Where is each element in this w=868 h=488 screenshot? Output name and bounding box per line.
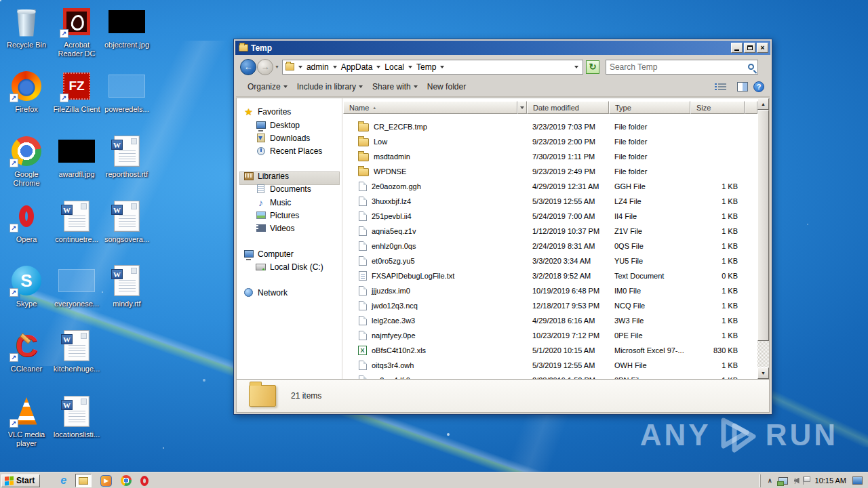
desktop-icon-vlc[interactable]: ↗ VLC media player: [1, 394, 52, 448]
desktop-icon-chrome[interactable]: ↗ Google Chrome: [1, 134, 52, 188]
page-corner: [81, 203, 87, 209]
maximize-button[interactable]: [744, 43, 755, 53]
desktop-icon-filezilla[interactable]: FZ ↗ FileZilla Client: [52, 68, 102, 114]
file-row[interactable]: enhlz0gn.0qs 2/24/2019 8:31 AM 0QS File …: [343, 239, 757, 253]
sidebar-item-videos[interactable]: Videos: [256, 222, 294, 235]
desktop-icon-everyonese[interactable]: everyonese...: [52, 263, 102, 308]
sidebar-item-favorites[interactable]: ★ Favorites: [243, 105, 291, 118]
sidebar-item-network[interactable]: Network: [243, 286, 288, 299]
breadcrumb[interactable]: admin AppData Local Temp: [282, 60, 583, 75]
desktop-icon-mindy[interactable]: W mindy.rtf: [102, 263, 152, 308]
breadcrumb-arrow-icon[interactable]: [298, 66, 302, 68]
sidebar-item-pictures[interactable]: Pictures: [256, 209, 299, 222]
sidebar-item-recent-places[interactable]: Recent Places: [256, 144, 322, 157]
desktop-icon-locationslisti[interactable]: W locationslisti...: [52, 394, 102, 439]
new-folder-button[interactable]: New folder: [422, 79, 471, 94]
opera-taskbar-icon[interactable]: [140, 476, 149, 486]
sidebar-item-computer[interactable]: Computer: [243, 247, 294, 260]
breadcrumb-item-admin[interactable]: admin: [307, 62, 329, 72]
column-header-name[interactable]: Name ▲: [343, 101, 517, 114]
show-hidden-icons-chevron[interactable]: ∧: [768, 477, 772, 484]
organize-menu[interactable]: Organize: [243, 79, 292, 94]
file-row[interactable]: 251pevbl.ii4 5/24/2019 7:00 AM II4 File …: [343, 209, 757, 224]
media-player-icon[interactable]: ▶: [100, 475, 112, 487]
search-icon[interactable]: [748, 64, 754, 70]
scroll-down-icon[interactable]: ▼: [757, 367, 769, 379]
scrollbar-track[interactable]: [757, 341, 769, 368]
breadcrumb-arrow-icon[interactable]: [440, 66, 444, 68]
nav-history-dropdown-icon[interactable]: ▼: [275, 64, 279, 69]
breadcrumb-arrow-icon[interactable]: [408, 66, 412, 68]
desktop-icon-awardfl[interactable]: awardfl.jpg: [52, 134, 102, 179]
scrollbar-thumb[interactable]: [757, 110, 769, 341]
file-row[interactable]: CR_E2CFB.tmp 3/23/2019 7:03 PM File fold…: [343, 119, 757, 134]
internet-explorer-icon[interactable]: e: [60, 475, 66, 486]
file-row[interactable]: et0ro5zg.yu5 3/3/2020 3:34 AM YU5 File 1…: [343, 253, 757, 268]
sidebar-item-downloads[interactable]: Downloads: [256, 131, 310, 144]
back-button[interactable]: ←: [240, 59, 256, 75]
desktop-icon-objectrent[interactable]: objectrent.jpg: [102, 4, 152, 49]
minimize-button[interactable]: [731, 43, 743, 53]
vertical-scrollbar[interactable]: ▲ ▼: [757, 98, 769, 379]
desktop-icon-songsovera[interactable]: W songsovera...: [102, 199, 152, 244]
sidebar-item-libraries[interactable]: Libraries: [243, 169, 289, 182]
file-row[interactable]: jjjuzdsx.im0 10/19/2019 6:48 PM IM0 File…: [343, 283, 757, 298]
column-header-size[interactable]: Size: [690, 101, 745, 114]
file-row[interactable]: Low 9/23/2019 2:00 PM File folder: [343, 134, 757, 149]
scroll-up-icon[interactable]: ▲: [757, 98, 769, 110]
file-row[interactable]: up2ow4df.0pn 2/28/2019 1:52 PM 0PN File …: [343, 373, 757, 379]
desktop-icon-poweredels[interactable]: poweredels...: [102, 68, 152, 114]
sidebar-item-desktop[interactable]: Desktop: [256, 119, 300, 131]
preview-pane-button[interactable]: [737, 82, 748, 92]
include-in-library-menu[interactable]: Include in library: [292, 79, 368, 94]
desktop-monitor-tray-icon[interactable]: [852, 476, 863, 485]
file-row[interactable]: oitqs3r4.owh 5/3/2019 12:55 AM OWH File …: [343, 358, 757, 373]
column-header-date-modified[interactable]: Date modified: [527, 101, 609, 114]
breadcrumb-item-appdata[interactable]: AppData: [341, 62, 373, 72]
search-input[interactable]: Search Temp: [606, 60, 758, 75]
file-row[interactable]: aqnia5eq.z1v 1/12/2019 10:37 PM Z1V File…: [343, 224, 757, 239]
column-filter-dropdown[interactable]: [517, 101, 527, 114]
file-row[interactable]: msdtadmin 7/30/2019 1:11 PM File folder: [343, 149, 757, 164]
sidebar-item-local-disk[interactable]: Local Disk (C:): [256, 260, 323, 273]
file-row[interactable]: oBfsC4t10n2.xls 5/1/2020 10:15 AM Micros…: [343, 343, 757, 358]
forward-button[interactable]: →: [257, 59, 273, 75]
file-row[interactable]: leig2cae.3w3 4/29/2018 6:16 AM 3W3 File …: [343, 313, 757, 328]
help-button[interactable]: ?: [753, 81, 764, 92]
breadcrumb-arrow-icon[interactable]: [333, 66, 337, 68]
title-bar[interactable]: Temp ×: [235, 41, 770, 55]
desktop-icon-continuetre[interactable]: W continuetre...: [52, 199, 102, 244]
windows-explorer-taskbar-button[interactable]: [75, 474, 92, 487]
breadcrumb-arrow-icon[interactable]: [376, 66, 380, 68]
chrome-taskbar-icon[interactable]: [121, 475, 132, 486]
desktop-icon-recycle-bin[interactable]: Recycle Bin: [1, 4, 52, 49]
desktop-icon-firefox[interactable]: ↗ Firefox: [1, 68, 52, 114]
desktop-icon-skype[interactable]: S ↗ Skype: [1, 263, 52, 308]
desktop-icon-ccleaner[interactable]: C ↗ CCleaner: [1, 328, 52, 373]
change-view-button[interactable]: [715, 83, 726, 92]
file-row[interactable]: WPDNSE 9/23/2019 2:49 PM File folder: [343, 164, 757, 179]
address-dropdown-icon[interactable]: [574, 66, 578, 68]
file-row[interactable]: jwdo12q3.ncq 12/18/2017 9:53 PM NCQ File…: [343, 298, 757, 313]
column-header-type[interactable]: Type: [609, 101, 690, 114]
file-row[interactable]: FXSAPIDebugLogFile.txt 3/2/2018 9:52 AM …: [343, 268, 757, 283]
sidebar-item-documents[interactable]: Documents: [256, 182, 311, 195]
desktop-icon-reporthost[interactable]: W reporthost.rtf: [102, 134, 152, 179]
refresh-button[interactable]: ↻: [586, 60, 599, 74]
share-with-menu[interactable]: Share with: [368, 79, 422, 94]
action-center-flag-icon[interactable]: [802, 476, 809, 485]
file-row[interactable]: 2e0aozom.ggh 4/29/2019 12:31 AM GGH File…: [343, 179, 757, 194]
network-tray-icon[interactable]: [778, 477, 788, 485]
tray-clock[interactable]: 10:15 AM: [815, 476, 846, 485]
desktop-icon-acrobat[interactable]: ↗ Acrobat Reader DC: [52, 4, 102, 58]
file-row[interactable]: 3huxxbjf.lz4 5/3/2019 12:55 AM LZ4 File …: [343, 194, 757, 209]
breadcrumb-item-temp[interactable]: Temp: [416, 62, 436, 72]
desktop-icon-label: CCleaner: [1, 365, 52, 373]
desktop-icon-opera[interactable]: ↗ Opera: [1, 199, 52, 244]
file-row[interactable]: najmfyey.0pe 10/23/2019 7:12 PM 0PE File…: [343, 328, 757, 343]
desktop-icon-kitchenhuge[interactable]: W kitchenhuge...: [52, 328, 102, 373]
start-button[interactable]: Start: [1, 474, 40, 487]
sidebar-item-music[interactable]: ♪ Music: [256, 196, 291, 209]
close-button[interactable]: ×: [757, 43, 768, 53]
breadcrumb-item-local[interactable]: Local: [384, 62, 404, 72]
